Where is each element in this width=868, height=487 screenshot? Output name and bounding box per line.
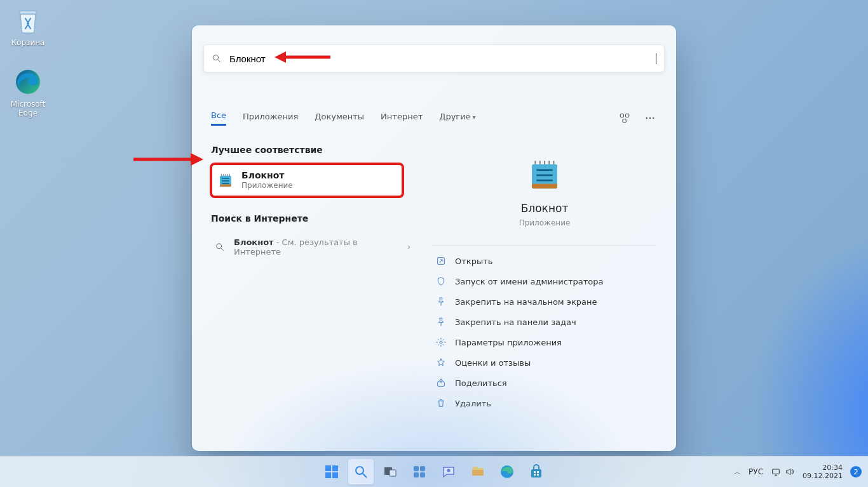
web-search-result[interactable]: Блокнот - См. результаты в Интернете › bbox=[211, 232, 414, 262]
widgets-button[interactable] bbox=[407, 459, 432, 484]
action-label: Закрепить на начальном экране bbox=[455, 297, 597, 307]
svg-point-14 bbox=[217, 244, 222, 249]
svg-rect-31 bbox=[332, 465, 338, 471]
edge-icon bbox=[499, 464, 515, 479]
svg-rect-45 bbox=[531, 469, 541, 477]
edge-button[interactable] bbox=[494, 459, 520, 484]
tab-documents[interactable]: Документы bbox=[315, 112, 364, 125]
action-label: Запуск от имени администратора bbox=[455, 277, 603, 286]
windows-icon bbox=[324, 464, 339, 479]
notification-badge[interactable]: 2 bbox=[850, 466, 862, 477]
recent-searches-button[interactable] bbox=[618, 111, 632, 125]
web-search-heading: Поиск в Интернете bbox=[211, 213, 414, 223]
star-icon bbox=[436, 357, 446, 368]
svg-rect-25 bbox=[438, 382, 445, 386]
pin-icon bbox=[436, 297, 446, 307]
action-run-as-admin[interactable]: Запуск от имени администратора bbox=[432, 271, 657, 291]
best-match-result[interactable]: Блокнот Приложение bbox=[211, 164, 403, 197]
chat-button[interactable] bbox=[436, 459, 461, 484]
tab-apps[interactable]: Приложения bbox=[243, 112, 298, 125]
start-button[interactable] bbox=[319, 459, 344, 484]
svg-rect-41 bbox=[420, 472, 425, 477]
svg-rect-49 bbox=[537, 474, 539, 476]
tab-all[interactable]: Все bbox=[211, 110, 226, 126]
svg-rect-32 bbox=[325, 472, 331, 478]
svg-rect-43 bbox=[472, 470, 484, 476]
svg-rect-4 bbox=[626, 114, 629, 117]
svg-rect-30 bbox=[325, 465, 331, 471]
action-app-settings[interactable]: Параметры приложения bbox=[432, 332, 657, 352]
action-label: Параметры приложения bbox=[455, 338, 562, 347]
action-pin-taskbar[interactable]: Закрепить на панели задач bbox=[432, 312, 657, 332]
taskbar: ︿ РУС 20:34 09.12.2021 2 bbox=[0, 456, 868, 487]
svg-rect-5 bbox=[623, 119, 626, 123]
action-reviews[interactable]: Оценки и отзывы bbox=[432, 352, 657, 373]
svg-point-1 bbox=[214, 55, 219, 60]
results-left-column: Лучшее соответствие Блокнот Приложение П… bbox=[211, 145, 414, 262]
desktop-icon-recycle-bin[interactable]: Корзина bbox=[3, 5, 53, 47]
action-label: Открыть bbox=[455, 257, 492, 266]
gear-icon bbox=[436, 337, 446, 347]
svg-line-15 bbox=[221, 248, 223, 250]
ellipsis-icon bbox=[644, 112, 656, 124]
svg-rect-50 bbox=[773, 469, 780, 474]
action-label: Оценки и отзывы bbox=[455, 358, 531, 368]
svg-line-35 bbox=[363, 474, 367, 477]
clock-time: 20:34 bbox=[803, 464, 843, 472]
share-icon bbox=[436, 378, 446, 388]
svg-point-7 bbox=[649, 117, 651, 119]
action-share[interactable]: Поделиться bbox=[432, 373, 657, 393]
svg-point-24 bbox=[440, 341, 442, 344]
action-open[interactable]: Открыть bbox=[432, 251, 657, 271]
svg-rect-48 bbox=[534, 474, 536, 476]
svg-rect-36 bbox=[384, 467, 392, 475]
search-box[interactable] bbox=[203, 44, 665, 72]
svg-rect-40 bbox=[414, 472, 419, 477]
taskbar-search-button[interactable] bbox=[348, 459, 374, 484]
svg-rect-39 bbox=[420, 466, 425, 471]
action-pin-start[interactable]: Закрепить на начальном экране bbox=[432, 291, 657, 312]
taskbar-center bbox=[319, 459, 549, 484]
filter-tabs: Все Приложения Документы Интернет Другие… bbox=[211, 107, 657, 130]
folder-icon bbox=[470, 464, 485, 479]
file-explorer-button[interactable] bbox=[465, 459, 491, 484]
clock[interactable]: 20:34 09.12.2021 bbox=[803, 464, 843, 480]
separator bbox=[432, 245, 657, 246]
svg-rect-37 bbox=[390, 470, 396, 476]
shield-icon bbox=[436, 276, 446, 286]
network-icon[interactable] bbox=[771, 467, 781, 477]
more-options-button[interactable] bbox=[643, 111, 657, 125]
svg-point-44 bbox=[501, 465, 513, 478]
volume-icon[interactable] bbox=[785, 467, 795, 477]
action-delete[interactable]: Удалить bbox=[432, 393, 657, 413]
taskbar-right: ︿ РУС 20:34 09.12.2021 2 bbox=[734, 464, 862, 480]
detail-title: Блокнот bbox=[432, 202, 657, 215]
task-view-button[interactable] bbox=[377, 459, 403, 484]
svg-line-2 bbox=[218, 60, 220, 62]
store-icon bbox=[529, 464, 544, 479]
desktop-icon-edge[interactable]: Microsoft Edge bbox=[3, 67, 53, 117]
open-icon bbox=[436, 256, 446, 266]
search-panel: Все Приложения Документы Интернет Другие… bbox=[192, 25, 676, 451]
tray-overflow-button[interactable]: ︿ bbox=[734, 467, 741, 477]
svg-rect-17 bbox=[532, 184, 557, 189]
notepad-icon bbox=[217, 172, 234, 189]
svg-point-34 bbox=[356, 467, 363, 474]
chevron-right-icon: › bbox=[407, 243, 410, 251]
desktop: Корзина Microsoft Edge Все Приложения До… bbox=[0, 0, 868, 487]
action-label: Закрепить на панели задач bbox=[455, 317, 576, 327]
tab-internet[interactable]: Интернет bbox=[381, 112, 423, 125]
input-language[interactable]: РУС bbox=[749, 467, 763, 476]
search-input[interactable] bbox=[228, 53, 655, 65]
store-button[interactable] bbox=[524, 459, 549, 484]
trash-icon bbox=[436, 398, 446, 408]
clock-date: 09.12.2021 bbox=[803, 472, 843, 480]
best-match-name: Блокнот bbox=[241, 170, 293, 181]
tab-more[interactable]: Другие▾ bbox=[439, 112, 475, 125]
search-icon bbox=[212, 53, 222, 63]
web-search-text: Блокнот - См. результаты в Интернете bbox=[234, 237, 398, 257]
recycle-bin-icon bbox=[13, 5, 43, 36]
recent-icon bbox=[619, 112, 630, 124]
action-label: Удалить bbox=[455, 399, 491, 408]
svg-rect-3 bbox=[620, 114, 623, 117]
